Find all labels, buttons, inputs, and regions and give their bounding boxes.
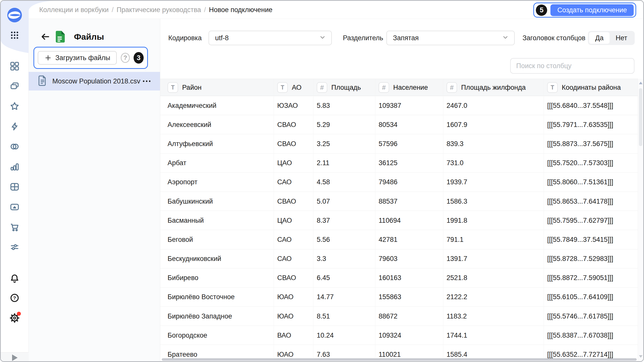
- header-toggle: Да Нет: [588, 31, 635, 45]
- table-cell: 2122.2: [447, 293, 467, 301]
- marketplace-cart-icon[interactable]: [9, 222, 20, 232]
- table-cell: 57596: [379, 140, 397, 148]
- collections-icon[interactable]: [9, 81, 20, 92]
- table-row: АлексеевскийСВАО5.29805341607.9[[[55.797…: [160, 115, 638, 134]
- table-cell: 5.83: [317, 102, 330, 109]
- table-cell: 5.56: [317, 236, 330, 243]
- more-menu-icon[interactable]: [143, 80, 150, 82]
- table-cell: 2521.8: [447, 274, 467, 282]
- dashboards-table-icon[interactable]: [9, 182, 20, 192]
- table-cell: СВАО: [277, 140, 296, 148]
- text-type-icon: T: [547, 82, 558, 93]
- table-cell: 10.24: [317, 331, 334, 339]
- table-cell: 3.25: [317, 140, 330, 148]
- notification-dot: [17, 312, 21, 316]
- encoding-label: Кодировка: [168, 34, 202, 42]
- help-icon[interactable]: ?: [9, 293, 20, 303]
- step-badge: 5: [536, 5, 547, 16]
- editor-lightning-icon[interactable]: [9, 121, 20, 132]
- table-cell: 2.11: [317, 159, 330, 167]
- create-connection-button[interactable]: Создать подключение: [550, 4, 634, 16]
- table-cell: Басманный: [168, 216, 204, 224]
- storage-folder-icon[interactable]: [9, 202, 20, 212]
- column-separator: [375, 79, 375, 358]
- table-row: АрбатЦАО2.1136125731.0[[[55.7520...7.573…: [160, 154, 638, 173]
- table-cell: 5.29: [317, 121, 330, 128]
- scroll-down-icon[interactable]: [639, 355, 642, 358]
- table-row: АлтуфьевскийСВАО3.2557596839.3[[[55.8873…: [160, 134, 638, 153]
- table-cell: [[[55.8728...7.52983]]]: [547, 255, 613, 263]
- columns-header-label: Заголовок столбцов: [522, 34, 585, 42]
- table-cell: 5.07: [317, 197, 330, 205]
- table-cell: 4.58: [317, 178, 330, 186]
- column-separator: [443, 79, 443, 358]
- chevron-down-icon: [319, 33, 326, 43]
- left-rail: ?: [1, 1, 29, 362]
- column-search-input[interactable]: [510, 58, 634, 74]
- table-cell: Бибирево: [168, 274, 198, 282]
- table-cell: 1391.7: [447, 255, 467, 263]
- vertical-scrollbar[interactable]: [638, 79, 643, 361]
- expand-play-icon[interactable]: [12, 354, 18, 361]
- table-cell: 839.3: [447, 140, 464, 148]
- table-cell: 1744.1: [447, 331, 467, 339]
- column-header-label: Площадь жилфонда: [461, 83, 526, 91]
- upload-files-button[interactable]: Загрузить файлы: [38, 51, 117, 65]
- table-cell: [[[55.8653...7.64178]]]: [547, 197, 613, 205]
- table-cell: 79486: [379, 178, 397, 186]
- breadcrumb-collections[interactable]: Коллекции и воркбуки: [39, 6, 109, 14]
- table-cell: 2467.0: [447, 102, 467, 109]
- encoding-select[interactable]: utf-8: [209, 31, 332, 45]
- dashboard-grid-icon[interactable]: [9, 61, 20, 71]
- panel-title: Файлы: [74, 32, 104, 42]
- table-cell: 110021: [379, 351, 401, 358]
- datasets-icon[interactable]: [9, 141, 20, 152]
- table-cell: СВАО: [277, 274, 296, 282]
- table-cell: [[[55.6352...7.72714]]]: [547, 351, 613, 358]
- table-cell: [[[55.8872...7.59051]]]: [547, 274, 613, 282]
- back-button[interactable]: [40, 31, 51, 42]
- table-cell: [[[55.7520...7.57303]]]: [547, 159, 613, 167]
- table-cell: ЮАО: [277, 312, 294, 320]
- scroll-up-icon[interactable]: [639, 82, 642, 84]
- text-type-icon: T: [277, 82, 288, 93]
- upload-help-icon[interactable]: ?: [121, 53, 130, 63]
- delimiter-value: Запятая: [393, 34, 419, 42]
- column-separator: [274, 79, 274, 358]
- table-cell: 7.63: [317, 351, 330, 358]
- header-toggle-no[interactable]: Нет: [610, 32, 633, 44]
- encoding-value: utf-8: [215, 34, 229, 42]
- settings-gear-icon[interactable]: [9, 313, 20, 323]
- table-cell: [[[55.8873...37.5675]]]: [547, 140, 613, 148]
- breadcrumb-separator: /: [109, 6, 117, 14]
- table-cell: Бескудниковский: [168, 255, 221, 263]
- scrollbar-thumb[interactable]: [639, 88, 642, 146]
- table-cell: 88537: [379, 197, 397, 205]
- table-cell: Бирюлёво Восточное: [168, 293, 235, 301]
- table-cell: [[[55.6840...37.5548]]]: [547, 102, 613, 109]
- table-row: БеговойСАО5.5642781791.1[[[55.7849...37.…: [160, 230, 638, 249]
- file-list-item-selected[interactable]: Moscow Population 2018.csv: [29, 72, 160, 90]
- table-cell: СВАО: [277, 121, 296, 128]
- charts-icon[interactable]: [9, 161, 20, 172]
- table-cell: ЦАО: [277, 159, 292, 167]
- delimiter-select[interactable]: Запятая: [386, 31, 515, 45]
- favorites-star-icon[interactable]: [9, 101, 20, 112]
- table-cell: 79603: [379, 255, 397, 263]
- table-cell: ЦАО: [277, 216, 292, 224]
- notifications-bell-icon[interactable]: [9, 273, 20, 284]
- table-cell: 8.51: [317, 312, 330, 320]
- table-row: АкадемическийЮЗАО5.831093872467.0[[[55.6…: [160, 96, 638, 115]
- table-row: БасманныйЦАО8.371106941991.8[[[55.7595..…: [160, 211, 638, 230]
- horizontal-scrollbar[interactable]: [162, 358, 637, 361]
- header-toggle-yes[interactable]: Да: [589, 32, 610, 44]
- datalens-logo-icon[interactable]: [7, 8, 22, 22]
- table-cell: 14.77: [317, 293, 334, 301]
- table-cell: Аэропорт: [168, 178, 197, 186]
- apps-menu-icon[interactable]: [9, 30, 20, 40]
- breadcrumb-guides[interactable]: Практические руководства: [116, 6, 201, 14]
- service-settings-sliders-icon[interactable]: [9, 242, 20, 252]
- column-header-label: Коодинаты района: [562, 83, 621, 91]
- table-cell: Алексеевский: [168, 121, 211, 128]
- table-row: Бирюлёво ЗападноеЮАО8.51886721183.2[[[55…: [160, 307, 638, 326]
